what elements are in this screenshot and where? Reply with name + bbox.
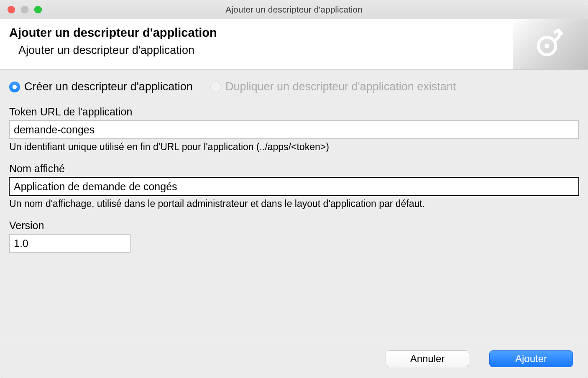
descriptor-mode-radio-group: Créer un descripteur d'application Dupli…: [9, 80, 579, 93]
token-label: Token URL de l'application: [9, 106, 579, 118]
radio-button-icon: [9, 82, 20, 92]
radio-button-icon: [210, 82, 221, 92]
version-label: Version: [9, 220, 579, 232]
add-button[interactable]: Ajouter: [489, 350, 573, 367]
dialog-window: Ajouter un descripteur d'application Ajo…: [0, 0, 588, 378]
dialog-header: Ajouter un descripteur d'application Ajo…: [0, 19, 588, 70]
bonita-logo-icon: [534, 28, 567, 61]
header-text-block: Ajouter un descripteur d'application Ajo…: [9, 26, 217, 57]
close-window-button[interactable]: [8, 6, 15, 13]
radio-duplicate-label: Dupliquer un descripteur d'application e…: [225, 80, 456, 93]
display-name-field-group: Nom affiché Un nom d'affichage, utilisé …: [9, 163, 579, 209]
window-controls: [0, 6, 42, 13]
dialog-heading: Ajouter un descripteur d'application: [9, 26, 217, 40]
cancel-button[interactable]: Annuler: [386, 350, 469, 367]
maximize-window-button[interactable]: [34, 6, 42, 13]
version-field-group: Version: [9, 220, 579, 253]
token-field-group: Token URL de l'application Un identifian…: [9, 106, 579, 153]
radio-duplicate-descriptor: Dupliquer un descripteur d'application e…: [210, 80, 456, 93]
display-name-label: Nom affiché: [9, 163, 579, 175]
radio-create-descriptor[interactable]: Créer un descripteur d'application: [9, 80, 193, 93]
dialog-subheading: Ajouter un descripteur d'application: [18, 44, 217, 57]
dialog-content: Créer un descripteur d'application Dupli…: [0, 70, 588, 339]
window-title: Ajouter un descripteur d'application: [0, 5, 588, 15]
display-name-hint: Un nom d'affichage, utilisé dans le port…: [9, 198, 579, 209]
titlebar: Ajouter un descripteur d'application: [0, 0, 588, 19]
minimize-window-button[interactable]: [21, 6, 28, 13]
display-name-input[interactable]: [9, 177, 579, 196]
dialog-footer: Annuler Ajouter: [0, 339, 588, 378]
radio-create-label: Créer un descripteur d'application: [24, 80, 193, 93]
svg-point-1: [545, 43, 549, 48]
version-input[interactable]: [9, 234, 130, 253]
token-hint: Un identifiant unique utilisé en fin d'U…: [9, 141, 579, 153]
brand-logo: [513, 19, 588, 69]
token-input[interactable]: [9, 120, 579, 139]
